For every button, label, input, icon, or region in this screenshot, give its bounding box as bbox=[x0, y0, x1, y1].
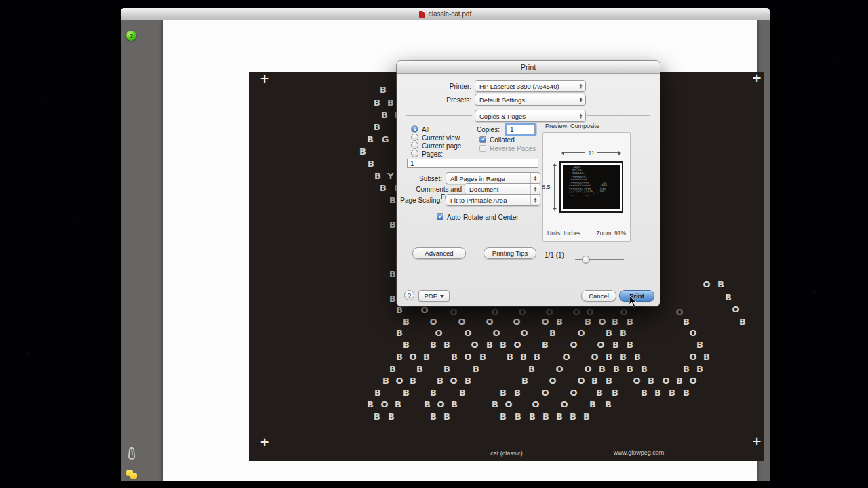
art-letter: B bbox=[542, 340, 549, 350]
art-letter: O bbox=[597, 340, 604, 350]
art-letter: O bbox=[518, 307, 526, 317]
art-letter: B bbox=[528, 364, 535, 374]
art-letter: B bbox=[591, 375, 598, 386]
art-letter: B bbox=[634, 352, 641, 362]
art-letter: B bbox=[359, 146, 366, 157]
art-letter: O bbox=[732, 304, 739, 314]
art-letter: B bbox=[515, 411, 521, 422]
art-letter: B bbox=[599, 364, 606, 374]
pdf-menu-button[interactable]: PDF bbox=[418, 290, 450, 302]
art-letter: B bbox=[627, 340, 633, 350]
crop-mark-top-right: + bbox=[752, 71, 762, 85]
art-letter: B bbox=[492, 399, 498, 409]
art-letter: O bbox=[395, 375, 403, 386]
art-letter: O bbox=[520, 328, 528, 338]
art-letter: O bbox=[572, 307, 580, 317]
art-letter: O bbox=[471, 340, 478, 350]
radio-all[interactable] bbox=[411, 125, 418, 133]
art-letter: B bbox=[676, 375, 683, 386]
art-letter: B bbox=[556, 411, 563, 422]
cancel-button[interactable]: Cancel bbox=[581, 290, 616, 302]
auto-rotate-checkbox[interactable] bbox=[437, 214, 443, 220]
preview-page-slider[interactable] bbox=[575, 256, 624, 263]
art-letter: B bbox=[396, 328, 403, 338]
paperclip-icon[interactable] bbox=[127, 446, 136, 464]
radio-current-view[interactable] bbox=[411, 134, 418, 141]
radio-pages[interactable] bbox=[411, 150, 418, 157]
mouse-cursor bbox=[629, 295, 637, 308]
dialog-help-button[interactable]: ? bbox=[404, 290, 414, 300]
reverse-pages-checkbox[interactable] bbox=[479, 145, 486, 152]
desktop: { "window": { "title": "classic-cat.pdf"… bbox=[0, 0, 868, 488]
art-letter: B bbox=[507, 352, 513, 362]
art-letter: O bbox=[689, 352, 696, 362]
art-letter: B bbox=[683, 317, 690, 327]
printer-dropdown[interactable]: HP LaserJet 3390 (A64540) ▲▼ bbox=[475, 80, 586, 92]
art-letter: G bbox=[382, 134, 389, 144]
art-letter: B bbox=[683, 364, 690, 374]
art-letter: O bbox=[541, 317, 549, 327]
art-letter: B bbox=[696, 340, 703, 350]
height-value: 8.5 bbox=[542, 184, 551, 190]
art-letter: B bbox=[589, 399, 596, 409]
collated-checkbox[interactable] bbox=[479, 136, 486, 143]
radio-current-page[interactable] bbox=[411, 142, 418, 149]
units-value: Units: Inches bbox=[547, 230, 580, 237]
art-letter: O bbox=[598, 317, 606, 327]
presets-label: Presets: bbox=[424, 96, 471, 104]
art-letter: B bbox=[382, 375, 389, 386]
art-letter: O bbox=[437, 399, 444, 409]
panes-dropdown[interactable]: Copies & Pages ▲▼ bbox=[475, 110, 586, 122]
art-letter: B bbox=[514, 388, 521, 398]
page-scaling-dropdown[interactable]: Fit to Printable Area ▲▼ bbox=[446, 194, 540, 206]
pages-range-input[interactable]: 1 bbox=[407, 159, 538, 168]
art-letter: O bbox=[689, 375, 696, 386]
art-letter: O bbox=[549, 375, 556, 386]
art-letter: B bbox=[423, 352, 430, 362]
art-letter: B bbox=[430, 411, 437, 422]
art-letter: B bbox=[612, 388, 618, 398]
comments-icon[interactable] bbox=[126, 470, 138, 479]
art-letter: O bbox=[532, 399, 539, 409]
printing-tips-button[interactable]: Printing Tips bbox=[484, 247, 536, 259]
art-letter: B bbox=[605, 399, 612, 409]
art-letter: B bbox=[416, 364, 423, 374]
copies-input[interactable]: 1 bbox=[507, 125, 535, 134]
dropdown-arrows-icon: ▲▼ bbox=[530, 173, 540, 184]
art-letter: B bbox=[612, 340, 619, 350]
art-letter: O bbox=[675, 307, 683, 317]
art-letter: O bbox=[662, 375, 669, 386]
art-letter: B bbox=[520, 352, 527, 362]
presets-dropdown[interactable]: Default Settings ▲▼ bbox=[475, 94, 586, 106]
art-letter: B bbox=[389, 220, 396, 230]
art-letter: B bbox=[403, 317, 410, 327]
preview-panel: 11 8.5 ,a@s. %*-*%. %%%%%%, ,%%%%%%%. <<… bbox=[542, 132, 631, 242]
art-letter: B bbox=[403, 340, 410, 350]
art-letter: O bbox=[492, 328, 500, 338]
print-dialog-titlebar[interactable]: Print bbox=[397, 61, 660, 74]
dropdown-arrows-icon: ▲▼ bbox=[530, 195, 540, 205]
art-letter: B bbox=[703, 352, 710, 362]
art-letter: B bbox=[380, 183, 387, 193]
art-letter: O bbox=[545, 307, 553, 317]
art-letter: B bbox=[696, 364, 703, 374]
art-letter: B bbox=[368, 159, 374, 169]
art-letter: Y bbox=[387, 171, 393, 181]
art-letter: B bbox=[424, 399, 431, 409]
advanced-button[interactable]: Advanced bbox=[412, 247, 466, 259]
art-letter: B bbox=[473, 364, 479, 374]
window-titlebar[interactable]: classic-cat.pdf bbox=[121, 8, 770, 20]
art-letter: B bbox=[395, 399, 401, 409]
art-letter: B bbox=[648, 375, 654, 386]
slider-thumb[interactable] bbox=[582, 256, 590, 264]
art-letter: B bbox=[606, 352, 612, 362]
art-letter: B bbox=[486, 340, 493, 350]
art-letter: B bbox=[500, 411, 507, 422]
help-annotation-icon[interactable]: ? bbox=[126, 30, 136, 41]
art-letter: B bbox=[500, 340, 507, 350]
art-letter: O bbox=[577, 375, 585, 386]
art-letter: O bbox=[380, 399, 388, 409]
print-dialog: Print Printer: HP LaserJet 3390 (A64540)… bbox=[397, 61, 660, 306]
radio-current-page-label: Current page bbox=[422, 142, 461, 150]
art-letter: B bbox=[613, 364, 620, 374]
